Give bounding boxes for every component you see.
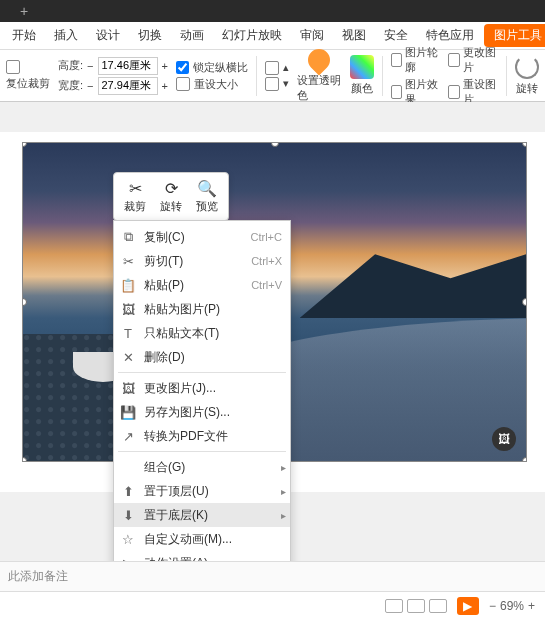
palette-icon — [350, 55, 374, 79]
change-pic-label: 更改图片 — [463, 45, 498, 75]
menu-item-label: 另存为图片(S)... — [144, 404, 282, 421]
zoom-in-button[interactable]: + — [528, 599, 535, 613]
transparency-button[interactable]: 设置透明色 — [297, 49, 342, 103]
width-input[interactable] — [98, 77, 158, 95]
ribbon-toolbar: 复位裁剪 高度: − + 宽度: − + 锁定纵横比 重设大小 ▴ ▾ 设置透明… — [0, 50, 545, 102]
menu-item-icon: ☆ — [120, 531, 136, 547]
menu-item-icon: ✂ — [120, 253, 136, 269]
menu-item-label: 置于顶层(U) — [144, 483, 282, 500]
slide-canvas[interactable]: 🖼 ✂ 裁剪 ⟳ 旋转 🔍 预览 ⧉复制(C)Ctrl+C✂剪切(T)Ctrl+… — [0, 102, 545, 619]
tab-view[interactable]: 视图 — [334, 23, 374, 48]
color-button[interactable]: 颜色 — [350, 55, 374, 96]
change-picture-button[interactable]: 更改图片 — [448, 45, 498, 75]
menu-item-label: 置于底层(K) — [144, 507, 282, 524]
zoom-value[interactable]: 69% — [500, 599, 524, 613]
height-stepper-down[interactable]: − — [87, 60, 93, 72]
submenu-arrow-icon: ▸ — [281, 486, 286, 497]
droplet-icon — [304, 44, 335, 75]
picture-outline-button[interactable]: 图片轮廓 — [391, 45, 441, 75]
context-menu-item[interactable]: 🖼粘贴为图片(P) — [114, 297, 290, 321]
resize-handle-tc[interactable] — [271, 142, 279, 147]
tab-design[interactable]: 设计 — [88, 23, 128, 48]
resize-handle-ml[interactable] — [22, 298, 27, 306]
color-label: 颜色 — [351, 81, 373, 96]
quick-preview-button[interactable]: 🔍 预览 — [190, 177, 224, 216]
reset-crop-button[interactable]: 复位裁剪 — [6, 76, 50, 91]
tab-transition[interactable]: 切换 — [130, 23, 170, 48]
adjust-icon-2 — [265, 77, 279, 91]
menu-item-icon: ⬇ — [120, 507, 136, 523]
adjust-icon — [265, 61, 279, 75]
menu-item-icon — [120, 459, 136, 475]
new-tab-plus[interactable]: + — [20, 3, 28, 19]
context-menu-item[interactable]: ☆自定义动画(M)... — [114, 527, 290, 551]
lock-ratio-label: 锁定纵横比 — [193, 60, 248, 75]
width-stepper-up[interactable]: + — [162, 80, 168, 92]
normal-view-button[interactable] — [385, 599, 403, 613]
menu-separator — [118, 372, 286, 373]
zoom-out-button[interactable]: − — [489, 599, 496, 613]
height-input[interactable] — [98, 57, 158, 75]
context-menu-item[interactable]: ✂剪切(T)Ctrl+X — [114, 249, 290, 273]
menu-item-icon: T — [120, 325, 136, 341]
context-menu-item[interactable]: 📋粘贴(P)Ctrl+V — [114, 273, 290, 297]
menu-item-label: 粘贴为图片(P) — [144, 301, 282, 318]
picture-content — [300, 238, 527, 318]
titlebar: + — [0, 0, 545, 22]
resize-handle-mr[interactable] — [522, 298, 527, 306]
menu-item-shortcut: Ctrl+C — [251, 231, 282, 243]
context-menu-item[interactable]: ⬆置于顶层(U)▸ — [114, 479, 290, 503]
quick-crop-label: 裁剪 — [124, 199, 146, 214]
resize-handle-br[interactable] — [522, 457, 527, 462]
adjust-up[interactable]: ▴ — [283, 61, 289, 74]
context-menu-item[interactable]: ↗转换为PDF文件 — [114, 424, 290, 448]
transparency-label: 设置透明色 — [297, 73, 342, 103]
context-menu: ⧉复制(C)Ctrl+C✂剪切(T)Ctrl+X📋粘贴(P)Ctrl+V🖼粘贴为… — [113, 220, 291, 619]
quick-crop-button[interactable]: ✂ 裁剪 — [118, 177, 152, 216]
height-stepper-up[interactable]: + — [162, 60, 168, 72]
menu-item-icon: ⬆ — [120, 483, 136, 499]
resize-handle-tr[interactable] — [522, 142, 527, 147]
resize-handle-tl[interactable] — [22, 142, 27, 147]
status-bar: ▶ − 69% + — [0, 591, 545, 619]
context-menu-item[interactable]: ✕删除(D) — [114, 345, 290, 369]
rotate-icon: ⟳ — [162, 179, 180, 197]
context-menu-item[interactable]: 组合(G)▸ — [114, 455, 290, 479]
menu-item-icon: ⧉ — [120, 229, 136, 245]
quick-rotate-button[interactable]: ⟳ 旋转 — [154, 177, 188, 216]
tab-review[interactable]: 审阅 — [292, 23, 332, 48]
menu-item-icon: 💾 — [120, 404, 136, 420]
slideshow-button[interactable]: ▶ — [457, 597, 479, 615]
reset-size-button[interactable]: 重设大小 — [194, 77, 238, 92]
resize-handle-bl[interactable] — [22, 457, 27, 462]
context-menu-item[interactable]: 💾另存为图片(S)... — [114, 400, 290, 424]
menu-item-label: 删除(D) — [144, 349, 282, 366]
effect-icon — [391, 85, 403, 99]
context-menu-item[interactable]: 🖼更改图片(J)... — [114, 376, 290, 400]
reading-view-button[interactable] — [429, 599, 447, 613]
context-menu-item[interactable]: ⬇置于底层(K)▸ — [114, 503, 290, 527]
outline-label: 图片轮廓 — [405, 45, 440, 75]
reset-pic-icon — [448, 85, 460, 99]
context-menu-item[interactable]: ⧉复制(C)Ctrl+C — [114, 225, 290, 249]
view-mode-buttons — [385, 599, 447, 613]
picture-options-badge[interactable]: 🖼 — [492, 427, 516, 451]
tab-start[interactable]: 开始 — [4, 23, 44, 48]
tab-slideshow[interactable]: 幻灯片放映 — [214, 23, 290, 48]
tab-animation[interactable]: 动画 — [172, 23, 212, 48]
magnify-icon: 🔍 — [198, 179, 216, 197]
adjust-down[interactable]: ▾ — [283, 77, 289, 90]
tab-insert[interactable]: 插入 — [46, 23, 86, 48]
menu-item-icon: 🖼 — [120, 380, 136, 396]
separator — [256, 56, 257, 96]
lock-ratio-checkbox[interactable] — [176, 61, 189, 74]
sorter-view-button[interactable] — [407, 599, 425, 613]
context-menu-item[interactable]: T只粘贴文本(T) — [114, 321, 290, 345]
notes-pane[interactable]: 此添加备注 — [0, 561, 545, 591]
width-stepper-down[interactable]: − — [87, 80, 93, 92]
rotate-button[interactable]: 旋转 — [515, 55, 539, 96]
menu-item-label: 自定义动画(M)... — [144, 531, 282, 548]
menu-item-label: 粘贴(P) — [144, 277, 243, 294]
menu-item-icon: 📋 — [120, 277, 136, 293]
crop-icon — [6, 60, 20, 74]
